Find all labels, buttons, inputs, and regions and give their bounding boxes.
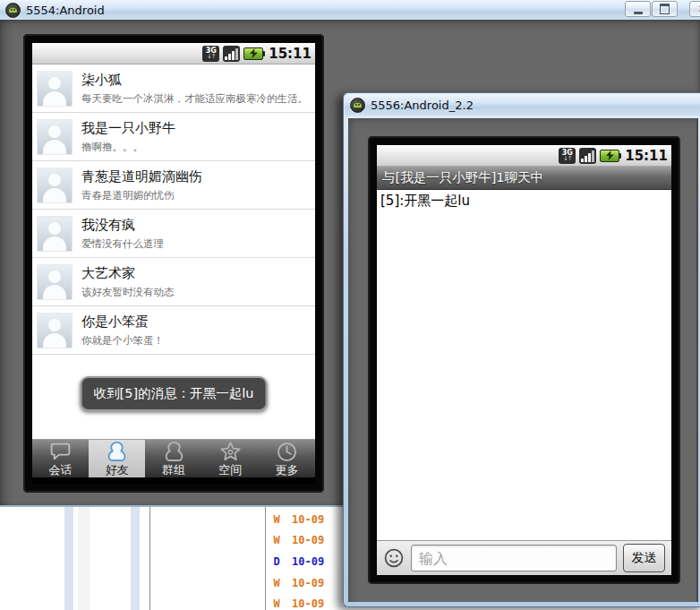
contact-name: 我没有疯 — [81, 217, 164, 234]
tab-label: 更多 — [275, 464, 298, 477]
screen-bottom-strip — [32, 477, 315, 484]
contact-status: 撸啊撸。。。 — [81, 141, 175, 154]
contact-row[interactable]: 柒小狐 每天要吃一个冰淇淋，才能适应南极寒冷的生活。 — [32, 64, 315, 113]
chat-input-bar: 发送 — [377, 540, 671, 575]
star-icon — [218, 440, 243, 464]
logcat-panel: W 10-09 W 10-09 D 10-09 W 10-09 W 10-09 — [270, 509, 346, 610]
data-arrows-icon: ↓↑ — [207, 54, 216, 60]
contact-texts: 你是小笨蛋 你就是个小笨蛋！ — [81, 314, 164, 348]
signal-icon — [579, 148, 596, 164]
phone-bezel: 3G ↓↑ 15:11 与[我是一只小野牛]1聊天中 [5]:开黑一 — [368, 136, 680, 584]
status-bar: 3G ↓↑ 15:11 — [32, 43, 315, 64]
contact-row[interactable]: 你是小笨蛋 你就是个小笨蛋！ — [32, 306, 315, 355]
tab-groups[interactable]: 群组 — [145, 440, 201, 477]
chat-bubble-icon — [48, 440, 73, 464]
bg-column-divider — [149, 507, 150, 610]
contact-list: 柒小狐 每天要吃一个冰淇淋，才能适应南极寒冷的生活。 我是一只小野牛 撸啊撸。。… — [32, 64, 315, 355]
log-level: W — [270, 534, 283, 546]
bottom-tab-bar: 会话 好友 群组 — [32, 439, 315, 477]
smiley-icon — [383, 547, 405, 569]
data-arrows-icon: ↓↑ — [563, 156, 572, 162]
contact-row[interactable]: 我没有疯 爱情没有什么道理 — [32, 210, 315, 258]
contact-status: 青春是道明媚的忧伤 — [81, 189, 202, 202]
phone1-screen: 3G ↓↑ 15:11 — [32, 43, 315, 484]
tab-friends[interactable]: 好友 — [89, 440, 145, 477]
contact-name: 柒小狐 — [81, 72, 308, 89]
chat-title-bar: 与[我是一只小野牛]1聊天中 — [377, 167, 671, 190]
contact-name: 我是一只小野牛 — [81, 120, 175, 137]
emulator-window-5556: 5556:Android_2.2 3G ↓↑ — [343, 92, 700, 607]
maximize-button[interactable] — [652, 1, 678, 17]
contact-status: 你就是个小笨蛋！ — [81, 334, 164, 348]
emulator-skin: 3G ↓↑ 15:11 与[我是一只小野牛]1聊天中 [5]:开黑一 — [348, 118, 698, 602]
phone2-screen: 3G ↓↑ 15:11 与[我是一只小野牛]1聊天中 [5]:开黑一 — [377, 145, 671, 575]
battery-icon — [600, 150, 619, 162]
tab-conversations[interactable]: 会话 — [32, 440, 89, 477]
bg-column-stripe — [78, 507, 90, 610]
maximize-icon — [660, 4, 670, 14]
log-level: W — [270, 513, 283, 526]
send-button[interactable]: 发送 — [623, 544, 665, 572]
contact-status: 爱情没有什么道理 — [81, 237, 164, 251]
status-bar: 3G ↓↑ 15:11 — [377, 145, 671, 167]
battery-icon — [243, 47, 263, 60]
close-button[interactable]: ✕ — [689, 1, 700, 17]
minimize-button[interactable] — [625, 1, 651, 17]
log-date: 10-09 — [292, 534, 324, 546]
window1-controls: ✕ — [625, 1, 700, 17]
window1-title: 5554:Android — [26, 4, 105, 17]
logcat-row: W 10-09 — [270, 572, 346, 594]
contact-texts: 我没有疯 爱情没有什么道理 — [81, 217, 164, 251]
contact-texts: 我是一只小野牛 撸啊撸。。。 — [81, 120, 175, 154]
signal-icon — [223, 46, 240, 62]
contact-texts: 青葱是道明媚滴幽伤 青春是道明媚的忧伤 — [81, 168, 202, 202]
message-input[interactable] — [411, 545, 617, 571]
contact-row[interactable]: 青葱是道明媚滴幽伤 青春是道明媚的忧伤 — [32, 161, 315, 210]
window2-titlebar[interactable]: 5556:Android_2.2 — [345, 94, 700, 116]
avatar — [37, 264, 73, 300]
tab-label: 会话 — [49, 464, 73, 477]
log-date: 10-09 — [292, 577, 324, 589]
logcat-row: W 10-09 — [270, 509, 346, 530]
3g-icon: 3G ↓↑ — [559, 148, 576, 164]
contact-name: 大艺术家 — [81, 265, 175, 282]
bg-column-stripe — [131, 507, 140, 610]
log-level: D — [270, 555, 283, 568]
chat-message: [5]:开黑一起lu — [380, 193, 470, 209]
minimize-icon — [634, 12, 643, 14]
contact-texts: 柒小狐 每天要吃一个冰淇淋，才能适应南极寒冷的生活。 — [81, 72, 308, 106]
3g-icon: 3G ↓↑ — [202, 46, 219, 62]
status-time: 15:11 — [269, 46, 312, 62]
window2-title: 5556:Android_2.2 — [371, 99, 474, 112]
qq-penguin-icon — [162, 440, 186, 464]
chat-message-area: [5]:开黑一起lu — [377, 190, 671, 212]
tab-label: 好友 — [106, 464, 129, 477]
avatar — [37, 71, 73, 107]
bg-column-divider — [265, 507, 266, 610]
tab-qzone[interactable]: 空间 — [202, 440, 259, 477]
contact-row[interactable]: 我是一只小野牛 撸啊撸。。。 — [32, 113, 315, 161]
bg-column-stripe — [64, 507, 73, 610]
log-date: 10-09 — [292, 555, 324, 568]
message-toast: 收到[5]的消息：开黑一起lu — [81, 376, 268, 411]
clock-icon — [275, 440, 299, 464]
log-level: W — [270, 577, 283, 589]
avatar — [37, 313, 73, 348]
desktop: W 10-09 W 10-09 D 10-09 W 10-09 W 10-09 — [0, 0, 700, 610]
logcat-row: D 10-09 — [270, 551, 346, 572]
window1-titlebar[interactable]: 5554:Android ✕ — [0, 0, 700, 21]
avatar — [37, 216, 73, 252]
contact-status: 该好友暂时没有动态 — [81, 286, 175, 299]
logcat-row: W 10-09 — [270, 530, 346, 552]
status-time: 15:11 — [625, 148, 668, 164]
log-date: 10-09 — [292, 513, 324, 526]
android-emulator-icon — [350, 98, 365, 113]
emoji-button[interactable] — [383, 547, 405, 569]
avatar — [37, 119, 73, 155]
contact-row[interactable]: 大艺术家 该好友暂时没有动态 — [32, 258, 315, 306]
logcat-row: W 10-09 — [270, 593, 346, 610]
contact-texts: 大艺术家 该好友暂时没有动态 — [81, 265, 175, 299]
log-level: W — [270, 597, 283, 610]
tab-more[interactable]: 更多 — [259, 440, 315, 477]
tab-label: 空间 — [218, 464, 242, 477]
